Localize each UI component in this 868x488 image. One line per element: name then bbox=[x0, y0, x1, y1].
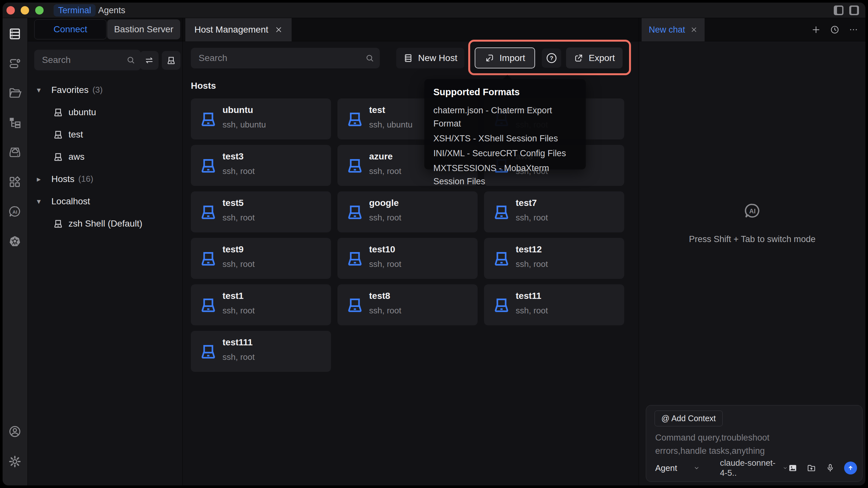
transfer-sessions-button[interactable] bbox=[140, 51, 159, 70]
tree-item[interactable]: ▸ Hosts (16) Hosts bbox=[28, 168, 182, 190]
storage-cloud-drive-icon[interactable] bbox=[7, 144, 23, 160]
left-icon-rail: AI bbox=[3, 18, 27, 485]
laptop-icon bbox=[346, 203, 364, 221]
new-chat-plus-icon[interactable] bbox=[811, 25, 821, 35]
host-card[interactable]: test7 ssh, root bbox=[484, 191, 624, 232]
host-card[interactable]: google ssh, root bbox=[337, 191, 477, 232]
host-name: test11 bbox=[516, 291, 541, 301]
host-card[interactable]: test111 ssh, root bbox=[191, 331, 331, 372]
import-icon bbox=[485, 53, 494, 63]
history-clock-icon[interactable] bbox=[830, 25, 840, 35]
host-name: azure bbox=[369, 151, 393, 162]
tree-item[interactable]: ▾ Favorites (3) Favorites bbox=[28, 79, 182, 101]
kubernetes-icon[interactable] bbox=[7, 234, 23, 249]
host-detail: ssh, root bbox=[516, 259, 548, 269]
host-card[interactable]: test1 ssh, root bbox=[191, 284, 331, 325]
tree-group-label: Localhost bbox=[51, 196, 90, 206]
components-icon[interactable] bbox=[7, 174, 23, 190]
tab-agents[interactable]: Agents bbox=[96, 4, 128, 17]
host-name: test3 bbox=[222, 151, 244, 162]
zoom-window-button[interactable] bbox=[35, 6, 43, 14]
tree-item[interactable]: aws aws bbox=[28, 145, 182, 168]
host-search-input[interactable] bbox=[191, 48, 380, 68]
tree-group-count: (16) bbox=[79, 174, 93, 184]
main-tab-strip: Host Management bbox=[183, 18, 639, 41]
tooltip-line: INI/XML - SecureCRT Config Files bbox=[433, 147, 577, 160]
host-detail: ssh, root bbox=[369, 166, 401, 176]
close-icon[interactable] bbox=[275, 26, 283, 34]
host-name: test10 bbox=[369, 244, 395, 255]
host-detail: ssh, root bbox=[222, 213, 255, 223]
host-card[interactable]: test12 ssh, root bbox=[484, 238, 624, 279]
host-card[interactable]: test11 ssh, root bbox=[484, 284, 624, 325]
ai-chat-panel: New chat AI Press Shift + Tab to switch … bbox=[639, 18, 865, 485]
host-card[interactable]: ubuntu ssh, ubuntu bbox=[191, 98, 331, 139]
tree-item[interactable]: zsh Shell (Default) zsh Shell (Default) bbox=[28, 213, 182, 235]
host-view-button[interactable] bbox=[162, 51, 181, 70]
host-card[interactable]: test10 ssh, root bbox=[337, 238, 477, 279]
laptop-icon bbox=[492, 203, 510, 221]
new-host-button[interactable]: New Host bbox=[396, 48, 464, 68]
topology-tree-icon[interactable] bbox=[7, 115, 23, 130]
host-name: test8 bbox=[369, 291, 390, 301]
arrow-up-icon bbox=[847, 464, 855, 472]
attach-image-icon[interactable] bbox=[788, 463, 798, 473]
hosts-rack-icon[interactable] bbox=[7, 26, 23, 42]
agent-mode-select[interactable]: Agent bbox=[655, 463, 677, 473]
host-name: test5 bbox=[222, 198, 244, 208]
add-context-chip[interactable]: @ Add Context bbox=[655, 411, 723, 426]
tab-host-management[interactable]: Host Management bbox=[185, 18, 291, 41]
host-card[interactable]: test9 ssh, root bbox=[191, 238, 331, 279]
model-select[interactable]: claude-sonnet-4-5.. bbox=[720, 458, 788, 478]
chevron-down-icon[interactable] bbox=[693, 464, 700, 472]
laptop-icon bbox=[492, 250, 510, 267]
export-button[interactable]: Export bbox=[566, 47, 623, 68]
settings-gear-icon[interactable] bbox=[7, 454, 23, 469]
host-detail: ssh, ubuntu bbox=[222, 120, 266, 130]
svg-text:?: ? bbox=[550, 55, 554, 61]
tab-connect[interactable]: Connect bbox=[34, 20, 106, 39]
tree-item[interactable]: test test bbox=[28, 123, 182, 145]
upload-file-icon[interactable] bbox=[807, 463, 816, 473]
ai-chat-icon[interactable]: AI bbox=[7, 204, 23, 220]
files-folder-icon[interactable] bbox=[7, 85, 23, 101]
microphone-icon[interactable] bbox=[826, 463, 835, 473]
host-card[interactable]: test5 ssh, root bbox=[191, 191, 331, 232]
host-card[interactable]: test8 ssh, root bbox=[337, 284, 477, 325]
host-detail: ssh, ubuntu bbox=[369, 120, 412, 130]
minimize-window-button[interactable] bbox=[21, 6, 29, 14]
app-window: Terminal Agents AI bbox=[3, 3, 865, 485]
tab-new-chat[interactable]: New chat bbox=[642, 18, 705, 41]
connections-icon[interactable] bbox=[7, 56, 23, 71]
caret-icon[interactable]: ▸ bbox=[37, 174, 51, 184]
tree-item[interactable]: ▾ Localhost Localhost bbox=[28, 190, 182, 213]
sidebar-tab-strip: Connect Bastion Server bbox=[28, 18, 182, 41]
sidebar-search-input[interactable] bbox=[34, 50, 141, 70]
send-button[interactable] bbox=[844, 461, 857, 475]
laptop-icon bbox=[346, 110, 364, 128]
import-button[interactable]: Import bbox=[475, 47, 535, 68]
tooltip-line: XSH/XTS - XShell Session Files bbox=[433, 132, 577, 145]
tab-terminal[interactable]: Terminal bbox=[54, 4, 96, 17]
host-name: test9 bbox=[222, 244, 244, 255]
import-help-button[interactable]: ? bbox=[542, 48, 561, 68]
host-detail: ssh, root bbox=[516, 213, 548, 223]
chat-input-box[interactable]: @ Add Context Command query,troubleshoot… bbox=[646, 405, 863, 482]
toggle-left-panel-icon[interactable] bbox=[834, 5, 843, 15]
tab-bastion-server[interactable]: Bastion Server bbox=[107, 20, 180, 39]
caret-icon[interactable]: ▾ bbox=[37, 197, 51, 206]
host-card[interactable]: test3 ssh, root bbox=[191, 145, 331, 186]
user-account-icon[interactable] bbox=[7, 424, 23, 439]
caret-icon[interactable]: ▾ bbox=[37, 86, 51, 95]
laptop-icon bbox=[199, 343, 217, 360]
tooltip-line: chaterm.json - Chaterm Export Format bbox=[433, 104, 577, 130]
more-options-icon[interactable] bbox=[848, 25, 858, 35]
mode-switch-hint: Press Shift + Tab to switch mode bbox=[689, 234, 816, 244]
laptop-icon bbox=[53, 219, 63, 229]
toggle-right-panel-icon[interactable] bbox=[849, 5, 859, 15]
tree-item[interactable]: ubuntu ubuntu bbox=[28, 101, 182, 123]
main-area: Host Management New Host Import ? Export… bbox=[182, 18, 639, 485]
close-window-button[interactable] bbox=[6, 6, 15, 14]
close-icon[interactable] bbox=[690, 26, 698, 33]
hosts-section-title: Hosts bbox=[191, 81, 216, 91]
